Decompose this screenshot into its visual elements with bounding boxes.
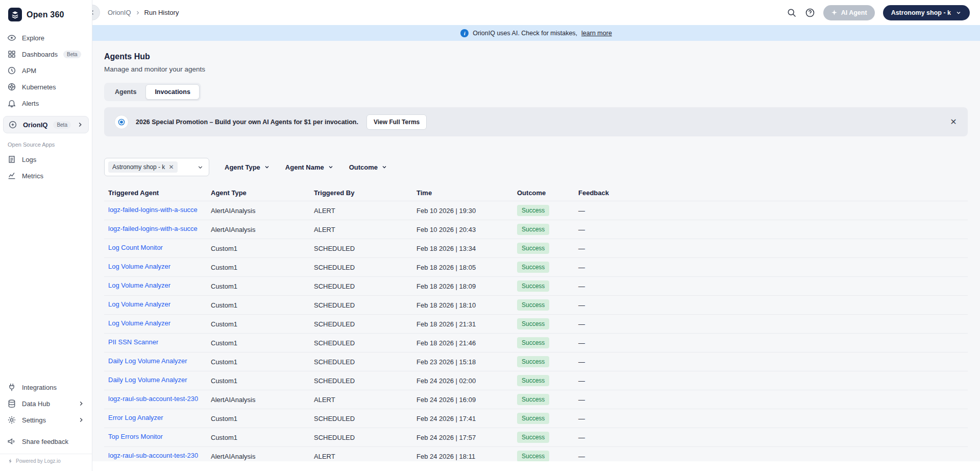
agent-type-cell: Custom1: [211, 320, 314, 328]
sidebar-item-label: Share feedback: [22, 438, 68, 445]
column-header-feedback: Feedback: [578, 189, 964, 197]
filter-bar: Astronomy shop - k ✕ Agent Type Agent Na…: [104, 158, 968, 176]
column-header-outcome: Outcome: [517, 189, 578, 197]
search-icon[interactable]: [787, 8, 797, 18]
triggered-agent-link[interactable]: Log Volume Analyzer: [108, 319, 170, 327]
sidebar-item-orioniq[interactable]: OrionIQ Beta: [3, 116, 89, 133]
time-cell: Feb 10 2026 | 20:43: [416, 226, 517, 233]
sidebar-item-share-feedback[interactable]: Share feedback: [0, 433, 92, 450]
sidebar-item-label: Dashboards: [22, 51, 58, 58]
run-history-rows: logz-failed-logins-with-a-succe AlertAIA…: [104, 201, 968, 465]
chevron-right-icon: [78, 400, 85, 407]
triggered-agent-link[interactable]: logz-failed-logins-with-a-succe: [108, 206, 198, 214]
outcome-cell: Success: [517, 243, 578, 254]
feedback-cell: —: [578, 301, 964, 309]
column-header-time: Time: [416, 189, 517, 197]
sidebar-item-alerts[interactable]: Alerts: [0, 95, 92, 111]
time-cell: Feb 24 2026 | 17:57: [416, 434, 517, 441]
sidebar-item-logs[interactable]: Logs: [0, 151, 92, 168]
chevron-right-icon: [77, 121, 84, 128]
table-row: Error Log Analyzer Custom1 SCHEDULED Feb…: [104, 409, 968, 428]
outcome-filter[interactable]: Outcome: [349, 163, 387, 171]
outcome-cell: Success: [517, 394, 578, 405]
outcome-cell: Success: [517, 280, 578, 292]
eye-icon: [7, 33, 16, 42]
triggered-by-cell: SCHEDULED: [314, 339, 416, 347]
outcome-badge: Success: [517, 224, 549, 235]
sidebar-item-settings[interactable]: Settings: [0, 412, 92, 428]
app-logo[interactable]: Open 360: [0, 0, 92, 30]
triggered-agent-link[interactable]: Error Log Analyzer: [108, 414, 163, 421]
horizontal-scrollbar-track[interactable]: [92, 461, 980, 471]
agent-type-filter[interactable]: Agent Type: [225, 163, 270, 171]
beta-badge: Beta: [63, 51, 81, 58]
triggered-agent-link[interactable]: Daily Log Volume Analyzer: [108, 376, 187, 384]
outcome-cell: Success: [517, 413, 578, 424]
sidebar-item-metrics[interactable]: Metrics: [0, 168, 92, 184]
help-icon[interactable]: [805, 8, 815, 18]
sidebar: Open 360 Explore Dashboards Beta APM Kub…: [0, 0, 92, 471]
triggered-agent-cell: Log Volume Analyzer: [108, 263, 211, 272]
triggered-agent-link[interactable]: logz-raul-sub-account-test-230: [108, 395, 198, 403]
outcome-cell: Success: [517, 432, 578, 443]
close-icon[interactable]: ✕: [168, 164, 174, 170]
outcome-cell: Success: [517, 356, 578, 367]
time-cell: Feb 18 2026 | 18:05: [416, 264, 517, 271]
agent-type-cell: Custom1: [211, 377, 314, 385]
topbar: OrionIQ Run History AI Agent Astronomy s…: [92, 0, 980, 25]
sidebar-item-apm[interactable]: APM: [0, 62, 92, 79]
agent-type-cell: AlertAIAnalysis: [211, 396, 314, 404]
triggered-by-cell: SCHEDULED: [314, 264, 416, 271]
table-row: Log Volume Analyzer Custom1 SCHEDULED Fe…: [104, 314, 968, 333]
outcome-badge: Success: [517, 262, 549, 273]
outcome-cell: Success: [517, 337, 578, 348]
logs-icon: [7, 155, 16, 164]
triggered-agent-link[interactable]: Log Volume Analyzer: [108, 300, 170, 308]
triggered-agent-cell: Log Volume Analyzer: [108, 281, 211, 291]
feedback-cell: —: [578, 282, 964, 290]
triggered-agent-cell: Error Log Analyzer: [108, 414, 211, 423]
triggered-agent-link[interactable]: Log Volume Analyzer: [108, 263, 170, 270]
triggered-agent-link[interactable]: Log Volume Analyzer: [108, 281, 170, 289]
agent-name-filter-label: Agent Name: [285, 163, 324, 171]
triggered-agent-link[interactable]: Top Errors Monitor: [108, 433, 163, 440]
view-full-terms-button[interactable]: View Full Terms: [366, 114, 427, 130]
account-filter-select[interactable]: Astronomy shop - k ✕: [104, 158, 209, 176]
ai-agent-button[interactable]: AI Agent: [823, 5, 875, 20]
triggered-agent-cell: Daily Log Volume Analyzer: [108, 357, 211, 366]
learn-more-link[interactable]: learn more: [581, 30, 612, 37]
account-selector[interactable]: Astronomy shop - k: [883, 5, 970, 20]
agent-name-filter[interactable]: Agent Name: [285, 163, 334, 171]
agent-type-cell: Custom1: [211, 264, 314, 271]
sidebar-item-explore[interactable]: Explore: [0, 30, 92, 46]
apm-icon: [7, 66, 16, 75]
sidebar-section-label: Open Source Apps: [0, 133, 92, 151]
triggered-agent-link[interactable]: Log Count Monitor: [108, 244, 163, 251]
triggered-agent-link[interactable]: Daily Log Volume Analyzer: [108, 357, 187, 365]
triggered-agent-link[interactable]: logz-raul-sub-account-test-230: [108, 452, 198, 459]
agent-type-cell: Custom1: [211, 358, 314, 366]
triggered-agent-link[interactable]: PII SSN Scanner: [108, 338, 158, 346]
promo-message: 2026 Special Promotion – Build your own …: [136, 119, 358, 126]
sidebar-item-label: OrionIQ: [23, 121, 47, 129]
beta-badge: Beta: [53, 121, 71, 129]
sidebar-item-data-hub[interactable]: Data Hub: [0, 395, 92, 412]
sidebar-item-kubernetes[interactable]: Kubernetes: [0, 79, 92, 95]
close-icon[interactable]: ✕: [949, 118, 958, 126]
agent-type-cell: Custom1: [211, 339, 314, 347]
megaphone-icon: [7, 437, 16, 446]
breadcrumb-parent[interactable]: OrionIQ: [108, 9, 131, 16]
agent-type-cell: Custom1: [211, 415, 314, 422]
triggered-agent-link[interactable]: logz-failed-logins-with-a-succe: [108, 225, 198, 232]
table-row: PII SSN Scanner Custom1 SCHEDULED Feb 18…: [104, 333, 968, 352]
agent-type-cell: AlertAIAnalysis: [211, 453, 314, 460]
chevron-down-icon: [955, 10, 962, 16]
tab-agents[interactable]: Agents: [106, 84, 145, 100]
sidebar-item-integrations[interactable]: Integrations: [0, 379, 92, 395]
outcome-badge: Success: [517, 375, 549, 386]
metrics-icon: [7, 171, 16, 180]
tab-invocations[interactable]: Invocations: [145, 84, 199, 100]
outcome-cell: Success: [517, 205, 578, 216]
sidebar-item-dashboards[interactable]: Dashboards Beta: [0, 46, 92, 62]
chevron-down-icon: [197, 164, 204, 171]
